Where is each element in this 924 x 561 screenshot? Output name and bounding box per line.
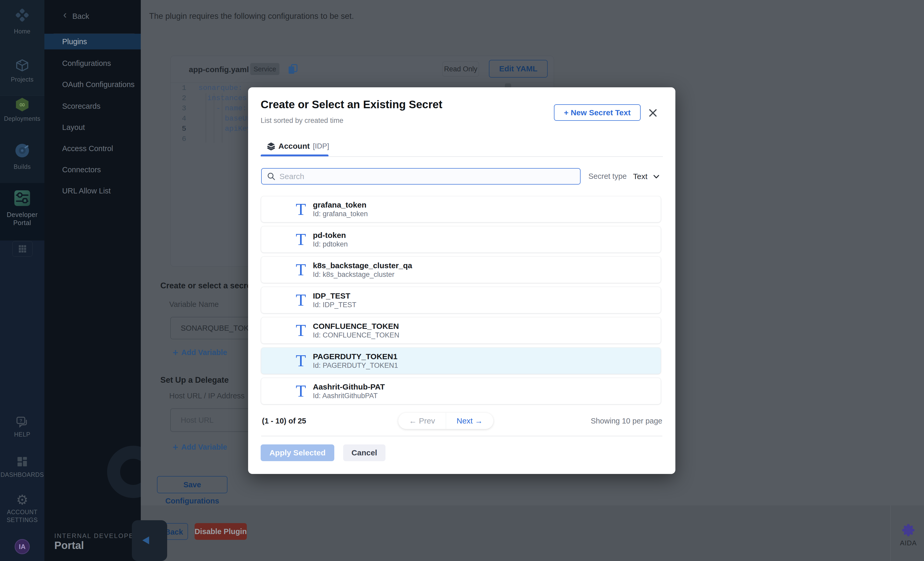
save-configurations-button[interactable]: Save Configurations (157, 476, 228, 493)
nav-projects[interactable]: Projects (0, 76, 44, 83)
text-secret-icon: T (295, 352, 307, 369)
add-variable-link[interactable]: +Add Variable (172, 347, 227, 358)
host-url-placeholder: Host URL (181, 416, 214, 424)
nav-deployments[interactable]: Deployments (0, 115, 44, 122)
add-variable-link[interactable]: +Add Variable (172, 442, 227, 453)
intro-text: The plugin requires the following config… (149, 12, 354, 21)
line-number: 2 (171, 93, 194, 103)
delegate-heading: Set Up a Delegate (160, 375, 229, 385)
copy-icon[interactable] (287, 63, 298, 75)
code-text: - name: (194, 103, 247, 113)
new-secret-text-button[interactable]: + New Secret Text (554, 104, 640, 121)
developer-portal-icon[interactable] (0, 190, 44, 207)
code-text: instances (194, 93, 247, 103)
sidebar-item-oauth-configurations[interactable]: OAuth Configurations (44, 77, 141, 92)
search-input[interactable] (261, 168, 580, 185)
text-secret-icon: T (295, 322, 307, 339)
list-item-idp-test[interactable]: T IDP_TESTId: IDP_TEST (261, 287, 661, 313)
nav-dashboards[interactable]: DASHBOARDS (0, 471, 44, 478)
list-item-grafana-token[interactable]: T grafana_tokenId: grafana_token (261, 196, 661, 222)
plus-icon: + (172, 442, 178, 453)
builds-icon[interactable] (0, 143, 44, 159)
text-secret-icon: T (295, 201, 307, 218)
list-item-pagerduty-token1-selected[interactable]: T PAGERDUTY_TOKEN1Id: PAGERDUTY_TOKEN1 (261, 348, 661, 374)
line-number: 6 (171, 134, 194, 144)
select-secret-modal: Create or Select an Existing Secret List… (248, 87, 675, 474)
text-secret-icon: T (295, 231, 307, 248)
code-text: apiKey: (194, 124, 255, 134)
code-text: sonarqube: (194, 83, 242, 93)
gear-icon[interactable]: ⚙ (0, 492, 44, 507)
edit-yaml-button[interactable]: Edit YAML (489, 60, 548, 78)
plugin-sidebar: ‹ Back Plugins Configurations OAuth Conf… (44, 0, 141, 561)
nav-home[interactable]: Home (0, 28, 44, 35)
apply-selected-button[interactable]: Apply Selected (261, 444, 334, 461)
home-icon[interactable] (0, 8, 44, 23)
arrow-right-icon: → (475, 417, 483, 425)
line-number: 3 (171, 103, 194, 113)
layers-icon (267, 142, 275, 150)
tab-account[interactable]: Account [IDP] (267, 140, 329, 152)
aida-widget[interactable]: AIDA (899, 523, 918, 547)
sidebar-item-layout[interactable]: Layout (44, 119, 141, 135)
brand-logo-corner (132, 520, 167, 561)
user-avatar[interactable]: IA (15, 539, 30, 554)
nav-developer-portal[interactable]: Developer Portal (0, 211, 44, 227)
nav-builds[interactable]: Builds (0, 163, 44, 170)
svg-text:?: ? (20, 418, 22, 423)
back-button-label: Back (165, 528, 183, 536)
nav-developer-portal-line1: Developer (0, 211, 44, 219)
secret-id: Id: CONFLUENCE_TOKEN (313, 331, 399, 340)
file-name: app-config.yaml (189, 62, 249, 77)
secret-name: IDP_TEST (313, 291, 357, 301)
deployments-icon[interactable]: ∞ (0, 97, 44, 113)
sidebar-back-button[interactable]: Back (72, 12, 89, 21)
brand-line-bottom: Portal (54, 540, 84, 551)
secret-id: Id: pdtoken (313, 240, 348, 249)
list-item-aashrit-github-pat[interactable]: T Aashrit-Github-PATId: AashritGithubPAT (261, 378, 661, 404)
search-icon (267, 172, 276, 182)
sidebar-item-configurations[interactable]: Configurations (44, 56, 141, 71)
secret-type-dropdown[interactable]: Text (633, 168, 647, 185)
text-secret-icon: T (295, 383, 307, 399)
sidebar-item-connectors[interactable]: Connectors (44, 162, 141, 177)
cancel-button[interactable]: Cancel (343, 444, 386, 461)
nav-help[interactable]: HELP (0, 431, 44, 438)
projects-icon[interactable] (0, 59, 44, 73)
disable-plugin-button[interactable]: Disable Plugin (195, 523, 247, 540)
pagination-range: (1 - 10) of 25 (262, 413, 306, 429)
list-item-confluence-token[interactable]: T CONFLUENCE_TOKENId: CONFLUENCE_TOKEN (261, 317, 661, 343)
secret-id: Id: grafana_token (313, 210, 368, 218)
add-variable-label: Add Variable (181, 443, 227, 451)
read-only-button[interactable]: Read Only (442, 62, 479, 77)
chevron-down-icon[interactable] (652, 173, 660, 182)
nav-developer-portal-line2: Portal (0, 219, 44, 227)
arrow-left-icon: ← (409, 417, 417, 425)
secret-section-heading: Create or select a secret (160, 281, 254, 290)
modal-subtitle: List sorted by created time (261, 117, 344, 125)
add-variable-label: Add Variable (181, 348, 227, 356)
dashboards-icon[interactable] (0, 456, 44, 468)
svg-text:∞: ∞ (19, 100, 26, 109)
code-text (194, 134, 198, 144)
pagination-control: ← Prev Next → (398, 413, 494, 429)
list-item-k8s-backstage-cluster-qa[interactable]: T k8s_backstage_cluster_qaId: k8s_backst… (261, 257, 661, 283)
secret-id: Id: PAGERDUTY_TOKEN1 (313, 361, 398, 370)
next-page-button[interactable]: Next → (446, 413, 494, 429)
list-item-pd-token[interactable]: T pd-tokenId: pdtoken (261, 226, 661, 253)
app-screen: Home Projects ∞ Deployments Builds Devel… (0, 0, 924, 561)
nav-account-settings-line2: SETTINGS (0, 516, 44, 524)
secret-id: Id: IDP_TEST (313, 301, 357, 309)
sidebar-item-plugins[interactable]: Plugins (44, 34, 141, 50)
nav-account-settings[interactable]: ACCOUNT SETTINGS (0, 508, 44, 524)
module-switcher-button[interactable] (12, 241, 33, 257)
variable-name-label: Variable Name (169, 300, 219, 309)
sidebar-item-scorecards[interactable]: Scorecards (44, 98, 141, 114)
sidebar-item-url-allow-list[interactable]: URL Allow List (44, 183, 141, 199)
sidebar-item-access-control[interactable]: Access Control (44, 141, 141, 156)
help-icon[interactable]: ? (0, 416, 44, 429)
next-label: Next (456, 417, 473, 425)
prev-page-button[interactable]: ← Prev (398, 413, 446, 429)
close-icon[interactable] (647, 107, 658, 119)
per-page-text: Showing 10 per page (591, 413, 662, 429)
